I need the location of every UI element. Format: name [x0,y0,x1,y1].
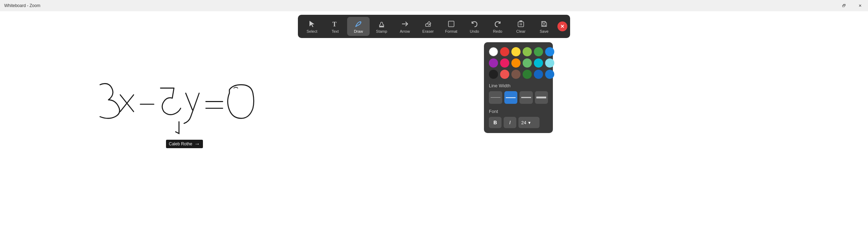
color-cyan[interactable] [534,58,543,68]
format-popup: Line Width Font B I 24 [484,42,553,133]
eraser-label: Eraser [422,29,434,33]
save-icon [540,20,548,28]
title-bar: Whiteboard - Zoom 🗗 ✕ [0,0,868,11]
redo-label: Redo [493,29,502,33]
format-label: Format [445,29,458,33]
toolbar-item-draw[interactable]: Draw [347,17,370,36]
toolbar-item-arrow[interactable]: Arrow [394,17,416,36]
color-dark-blue[interactable] [534,70,543,79]
toolbar-item-eraser[interactable]: Eraser [417,17,439,36]
eraser-icon [424,20,432,28]
canvas[interactable]: Caleb Rothe → Select T Text Draw [0,11,868,252]
line-width-label: Line Width [489,83,548,88]
restore-button[interactable]: 🗗 [836,0,852,11]
clear-label: Clear [516,29,525,33]
undo-label: Undo [470,29,479,33]
window-controls: 🗗 ✕ [836,0,868,11]
arrow-icon [401,20,409,28]
color-light-red[interactable] [500,70,509,79]
color-medium-blue[interactable] [545,70,554,79]
color-green[interactable] [534,47,543,56]
toolbar-item-undo[interactable]: Undo [463,17,486,36]
color-grid [489,47,548,79]
font-size-value: 24 [521,120,526,125]
user-label-arrow: → [194,141,200,147]
clear-icon [517,20,525,28]
color-brown[interactable] [511,70,521,79]
select-icon [308,20,316,28]
draw-icon [354,20,363,28]
color-red[interactable] [500,47,509,56]
toolbar-item-format[interactable]: Format [440,17,462,36]
toolbar-close-button[interactable]: ✕ [557,21,567,31]
save-label: Save [540,29,548,33]
handwriting-svg [0,23,868,252]
redo-icon [493,20,502,28]
font-controls: B I 24 ▾ [489,117,548,128]
line-width-2[interactable] [504,91,518,104]
user-label: Caleb Rothe → [166,140,203,148]
stamp-icon [377,20,386,28]
svg-rect-1 [379,26,384,27]
svg-text:T: T [332,21,337,28]
toolbar-item-select[interactable]: Select [301,17,323,36]
format-icon [447,20,455,28]
arrow-label: Arrow [400,29,410,33]
line-width-options [489,91,548,104]
toolbar-item-clear[interactable]: Clear [510,17,532,36]
toolbar-item-redo[interactable]: Redo [486,17,509,36]
draw-label: Draw [354,29,363,33]
font-italic-button[interactable]: I [504,117,516,128]
toolbar-item-save[interactable]: Save [533,17,555,36]
stamp-label: Stamp [376,29,387,33]
undo-icon [470,20,479,28]
toolbar-item-stamp[interactable]: Stamp [370,17,393,36]
color-black[interactable] [489,70,498,79]
user-label-name: Caleb Rothe [169,141,192,146]
font-size-select[interactable]: 24 ▾ [518,117,540,128]
color-pink[interactable] [500,58,509,68]
color-medium-green[interactable] [523,58,532,68]
close-button[interactable]: ✕ [852,0,868,11]
color-light-cyan[interactable] [545,58,554,68]
svg-rect-10 [543,25,545,26]
font-bold-button[interactable]: B [489,117,502,128]
color-purple[interactable] [489,58,498,68]
color-dark-green[interactable] [523,70,532,79]
color-white[interactable] [489,47,498,56]
chevron-down-icon: ▾ [528,120,531,125]
text-label: Text [332,29,339,33]
color-orange[interactable] [511,58,521,68]
line-width-3[interactable] [519,91,533,104]
text-icon: T [331,20,339,28]
svg-rect-4 [448,21,454,27]
line-width-1[interactable] [489,91,502,104]
toolbar: Select T Text Draw Stamp [298,15,570,38]
svg-rect-6 [518,22,524,27]
select-label: Select [307,29,318,33]
svg-rect-11 [543,21,545,23]
font-label: Font [489,109,548,114]
app-title: Whiteboard - Zoom [4,3,40,8]
color-blue[interactable] [545,47,554,56]
color-light-green[interactable] [523,47,532,56]
color-yellow[interactable] [511,47,521,56]
line-width-4[interactable] [535,91,548,104]
toolbar-item-text[interactable]: T Text [324,17,346,36]
